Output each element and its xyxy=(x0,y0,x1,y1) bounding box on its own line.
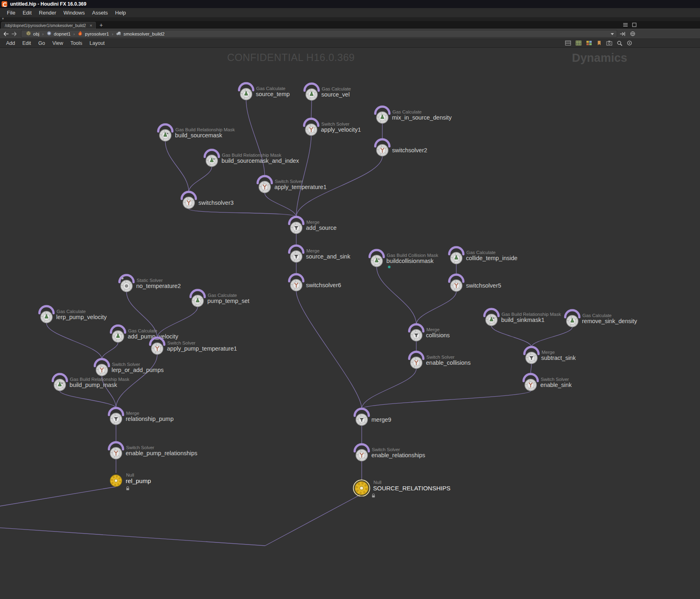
node-enable_relationships[interactable] xyxy=(352,443,371,464)
network-menu-add[interactable]: Add xyxy=(2,40,19,46)
node-type-label: Switch Solver xyxy=(275,179,303,184)
node-name-label: enable_relationships xyxy=(371,452,425,458)
node-apply_velocity1[interactable] xyxy=(302,118,321,139)
node-type-label: Gas Calculate xyxy=(256,86,285,91)
menu-render[interactable]: Render xyxy=(35,8,60,17)
node-source_and_sink[interactable] xyxy=(287,244,306,265)
breadcrumb-item-dopnet1[interactable]: dopnet1 xyxy=(44,30,73,38)
node-lerp_or_add_pumps[interactable] xyxy=(92,358,112,379)
node-pump_temp_set[interactable] xyxy=(188,289,207,310)
node-subtract_sink[interactable] xyxy=(522,346,541,367)
breadcrumb-item-obj[interactable]: obj xyxy=(24,30,41,38)
node-name-label: mix_in_source_density xyxy=(392,114,452,121)
menu-help[interactable]: Help xyxy=(112,8,130,17)
node-name-label: source_temp xyxy=(256,91,290,97)
palette-icon[interactable] xyxy=(586,40,592,46)
node-type-label: Gas Calculate xyxy=(582,313,611,318)
node-build_sourcemask_and_index[interactable] xyxy=(202,149,221,170)
node-build_sourcemask[interactable] xyxy=(156,123,175,144)
network-menu-view[interactable]: View xyxy=(48,40,67,46)
desktop-tab-bar: /obj/dopnet1/pyrosolver1/smokesolver_bui… xyxy=(0,21,700,29)
node-type-label: Gas Build Relationship Mask xyxy=(222,153,281,158)
node-no_temperature2[interactable] xyxy=(117,274,136,295)
node-remove_sink_density[interactable] xyxy=(563,309,582,330)
display-options-icon[interactable] xyxy=(565,40,571,46)
node-add_pump_velocity[interactable] xyxy=(108,324,128,345)
breadcrumb-label: obj xyxy=(33,32,39,36)
node-add_source[interactable] xyxy=(287,216,306,237)
network-menu-layout[interactable]: Layout xyxy=(86,40,109,46)
node-collisions[interactable] xyxy=(407,323,426,344)
node-apply_pump_temperature1[interactable] xyxy=(148,336,167,357)
node-build_pump_mask[interactable] xyxy=(50,373,70,394)
node-rel_pump[interactable] xyxy=(106,469,126,490)
spreadsheet-icon[interactable] xyxy=(576,40,582,46)
node-merge9[interactable] xyxy=(352,408,371,429)
node-source_temp[interactable] xyxy=(236,82,256,103)
tabbar-right-icons xyxy=(623,21,700,29)
overview-icon[interactable] xyxy=(627,40,632,46)
node-source_vel[interactable] xyxy=(302,82,321,103)
forward-arrow-icon[interactable] xyxy=(11,32,17,36)
node-relationship_pump[interactable] xyxy=(106,407,126,428)
breadcrumb-label: pyrosolver1 xyxy=(85,32,109,36)
node-type-label: Switch Solver xyxy=(321,122,350,126)
new-tab-button[interactable]: + xyxy=(96,21,106,29)
node-switchsolver3[interactable] xyxy=(179,191,198,212)
node-SOURCE_RELATIONSHIPS[interactable] xyxy=(350,474,373,498)
node-type-label: Gas Calculate xyxy=(392,109,422,114)
breadcrumb-item-pyrosolver1[interactable]: pyrosolver1 xyxy=(76,30,111,38)
path-dropdown-icon[interactable] xyxy=(610,32,614,36)
network-toolbar: AddEditGoViewToolsLayout xyxy=(0,39,700,48)
node-enable_collisions[interactable] xyxy=(407,351,426,372)
back-arrow-icon[interactable] xyxy=(3,32,9,36)
pane-maximize-icon[interactable] xyxy=(632,23,637,27)
breadcrumb-separator: › xyxy=(111,32,114,36)
menu-file[interactable]: File xyxy=(3,8,19,17)
search-icon[interactable] xyxy=(617,40,622,46)
node-apply_temperature1[interactable] xyxy=(255,175,274,196)
breadcrumb[interactable]: obj›dopnet1›pyrosolver1›smokesolver_buil… xyxy=(21,30,617,38)
node-type-label: Merge xyxy=(542,350,555,355)
node-switchsolver5[interactable] xyxy=(447,273,466,294)
node-mix_in_source_density[interactable] xyxy=(373,105,392,126)
node-type-label: Gas Calculate xyxy=(466,250,495,255)
node-switchsolver6[interactable] xyxy=(287,273,306,294)
pane-collapse-icon[interactable]: ▾ xyxy=(2,16,4,21)
node-lerp_pump_velocity[interactable] xyxy=(37,305,56,326)
tab-close-icon[interactable]: × xyxy=(90,23,92,28)
menu-assets[interactable]: Assets xyxy=(89,8,112,17)
node-buildcollisionmask[interactable] xyxy=(367,249,386,270)
window-titlebar[interactable]: untitled.hip - Houdini FX 16.0.369 xyxy=(0,0,700,8)
node-build_sinkmask1[interactable] xyxy=(482,308,501,329)
node-name-label: add_source xyxy=(306,225,337,231)
node-type-label: Gas Calculate xyxy=(322,86,351,91)
bookmark-icon[interactable] xyxy=(597,40,602,46)
snapshot-icon[interactable] xyxy=(606,40,612,46)
network-path-tab[interactable]: /obj/dopnet1/pyrosolver1/smokesolver_bui… xyxy=(1,22,96,29)
smoke-icon xyxy=(116,30,121,38)
node-name-label: rel_pump xyxy=(126,477,151,484)
menu-windows[interactable]: Windows xyxy=(60,8,89,17)
node-type-label: Switch Solver xyxy=(126,445,154,450)
network-menu-tools[interactable]: Tools xyxy=(67,40,86,46)
world-icon[interactable] xyxy=(630,31,635,36)
node-name-label: build_sourcemask xyxy=(175,132,222,139)
node-enable_sink[interactable] xyxy=(521,373,540,394)
network-canvas[interactable]: CONFIDENTIAL H16.0.369 Dynamics Gas Calc… xyxy=(0,48,700,599)
network-menu-go[interactable]: Go xyxy=(35,40,49,46)
node-type-label: Merge xyxy=(126,411,139,416)
network-menu-edit[interactable]: Edit xyxy=(19,40,35,46)
node-name-label: apply_temperature1 xyxy=(274,184,327,190)
breadcrumb-item-smokesolver_build2[interactable]: smokesolver_build2 xyxy=(114,30,167,38)
node-type-label: Switch Solver xyxy=(167,340,196,345)
node-enable_pump_relationships[interactable] xyxy=(106,441,126,462)
pane-menu-icon[interactable] xyxy=(623,23,628,27)
nav-history-buttons xyxy=(2,32,19,36)
node-collide_temp_inside[interactable] xyxy=(447,246,466,267)
node-switchsolver2[interactable] xyxy=(373,138,392,159)
window-title: untitled.hip - Houdini FX 16.0.369 xyxy=(10,1,86,7)
menu-edit[interactable]: Edit xyxy=(19,8,35,17)
jump-to-operator-icon[interactable] xyxy=(620,32,626,36)
pane-divider: ▾ xyxy=(0,18,700,21)
